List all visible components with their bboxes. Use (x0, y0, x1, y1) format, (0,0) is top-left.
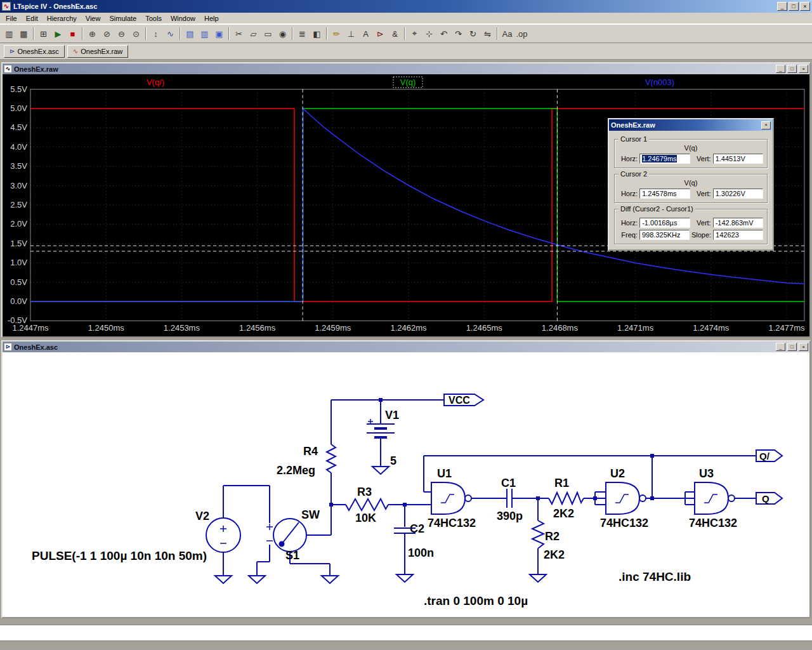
toolbar-spice-directive-button[interactable]: .op (514, 27, 529, 41)
close-button[interactable]: × (800, 2, 810, 11)
toolbar-zoom-out-button[interactable]: ⊖ (114, 27, 129, 41)
toolbar-print-button[interactable]: ≣ (295, 27, 310, 41)
toolbar-print-preview-button[interactable]: ◧ (310, 27, 324, 41)
menu-tools[interactable]: Tools (141, 13, 166, 23)
label-v2-value[interactable]: PULSE(-1 1 100µ 10n 10n 50m) (32, 549, 207, 562)
cursor2-horz-field[interactable]: 1.24578ms (639, 189, 690, 199)
toolbar-move-button[interactable]: ⌖ (407, 27, 422, 41)
menu-simulate[interactable]: Simulate (105, 13, 141, 23)
cursor2-vert-field[interactable]: 1.30226V (713, 189, 763, 199)
label-u2[interactable]: U2 (610, 467, 625, 480)
label-r1[interactable]: R1 (554, 477, 569, 489)
label-s1[interactable]: S1 (285, 549, 299, 562)
label-r2[interactable]: R2 (545, 530, 560, 543)
diff-horz-field[interactable]: -1.00168µs (639, 218, 690, 228)
toolbar-pane-stack-button[interactable]: ▣ (212, 27, 226, 41)
trace-label-vq[interactable]: V(q/) (147, 77, 164, 87)
tab-oneshex-asc[interactable]: ⊳OneshEx.asc (4, 45, 65, 58)
waveform-minimize-button[interactable]: _ (776, 65, 785, 73)
cursor1-horz-field[interactable]: 1.24679ms (639, 154, 690, 164)
net-flag-qbar[interactable]: Q/ (759, 451, 770, 461)
waveform-window-titlebar[interactable]: ∿ OneshEx.raw _ □ × (3, 63, 809, 74)
toolbar-wire-button[interactable]: ✏ (329, 27, 344, 41)
label-c1[interactable]: C1 (501, 477, 516, 489)
label-r4[interactable]: R4 (303, 445, 318, 458)
toolbar-run-button[interactable]: ▶ (51, 27, 65, 41)
toolbar-pane-top-button[interactable]: ▤ (183, 27, 197, 41)
label-c2[interactable]: C2 (410, 522, 424, 535)
menu-help[interactable]: Help (200, 13, 223, 23)
toolbar-separator (404, 27, 405, 40)
menu-hierarchy[interactable]: Hierarchy (43, 13, 81, 23)
toolbar-net-label-button[interactable]: A (358, 27, 373, 41)
schematic-close-button[interactable]: × (799, 343, 808, 351)
diff-slope-field[interactable]: 142623 (713, 230, 763, 240)
toolbar-drag-button[interactable]: ⊹ (422, 27, 436, 41)
toolbar-zoom-in-button[interactable]: ⊕ (85, 27, 100, 41)
tab-oneshex-raw[interactable]: ∿OneshEx.raw (67, 45, 128, 58)
toolbar-cut-button[interactable]: ✂ (232, 27, 246, 41)
cursor1-vert-field[interactable]: 1.44513V (713, 154, 763, 164)
label-v1[interactable]: V1 (385, 409, 399, 421)
label-u3-value[interactable]: 74HC132 (689, 517, 737, 529)
schematic-window-titlebar[interactable]: ⊳ OneshEx.asc _ □ × (3, 342, 809, 352)
label-r4-value[interactable]: 2.2Meg (277, 464, 315, 477)
label-c2-value[interactable]: 100n (408, 547, 434, 559)
label-sw[interactable]: SW (301, 508, 320, 521)
cursor-dialog-close-button[interactable]: × (761, 121, 771, 129)
waveform-close-button[interactable]: × (799, 65, 808, 73)
cursor-dialog-titlebar[interactable]: OneshEx.raw × (609, 119, 773, 131)
directive-tran[interactable]: .tran 0 100m 0 10µ (424, 594, 528, 607)
toolbar-separator (82, 27, 83, 40)
toolbar-pane-grid-button[interactable]: ▥ (197, 27, 212, 41)
menu-window[interactable]: Window (166, 13, 200, 23)
toolbar-diode-button[interactable]: ⊳ (373, 27, 388, 41)
label-v1-value[interactable]: 5 (390, 454, 396, 467)
label-r1-value[interactable]: 2K2 (553, 507, 574, 520)
schematic-canvas[interactable]: VCC V1 5 R4 2.2Meg V2 PULSE(-1 1 100µ 10… (3, 352, 809, 617)
label-u2-value[interactable]: 74HC132 (600, 517, 648, 529)
net-flag-vcc[interactable]: VCC (449, 395, 470, 406)
menu-edit[interactable]: Edit (22, 13, 43, 23)
toolbar-control-panel-button[interactable]: ⊞ (36, 27, 51, 41)
toolbar-ground-button[interactable]: ⊥ (344, 27, 358, 41)
minimize-button[interactable]: _ (777, 2, 787, 11)
label-r3[interactable]: R3 (357, 486, 372, 498)
label-u1[interactable]: U1 (437, 467, 452, 480)
toolbar-save-button[interactable]: ▦ (16, 27, 31, 41)
toolbar-text-button[interactable]: Aa (500, 27, 514, 41)
diff-freq-field[interactable]: 998.325KHz (639, 230, 690, 240)
toolbar-open-button[interactable]: ▥ (2, 27, 16, 41)
trace-label-vq[interactable]: V(q) (400, 77, 416, 87)
toolbar-undo-button[interactable]: ↶ (436, 27, 451, 41)
label-v2[interactable]: V2 (195, 510, 209, 522)
label-r2-value[interactable]: 2K2 (544, 548, 565, 561)
cursor1-group: Cursor 1 V(q) Horz: 1.24679ms Vert: 1.44… (614, 139, 768, 168)
toolbar-redo-button[interactable]: ↷ (451, 27, 466, 41)
schematic-restore-button[interactable]: □ (787, 343, 797, 351)
maximize-button[interactable]: □ (789, 2, 799, 11)
toolbar-paste-button[interactable]: ▭ (261, 27, 275, 41)
toolbar-plot-settings-button[interactable]: ∿ (163, 27, 178, 41)
toolbar-component-button[interactable]: & (388, 27, 402, 41)
toolbar-rotate-button[interactable]: ↻ (466, 27, 480, 41)
toolbar-autorange-y-button[interactable]: ↕ (148, 27, 163, 41)
label-c1-value[interactable]: 390p (497, 510, 523, 522)
diff-vert-field[interactable]: -142.863mV (713, 218, 763, 228)
toolbar-find-button[interactable]: ◉ (275, 27, 290, 41)
menu-file[interactable]: File (1, 13, 22, 23)
directive-inc[interactable]: .inc 74HC.lib (619, 570, 691, 583)
toolbar-zoom-back-button[interactable]: ⊘ (100, 27, 114, 41)
toolbar-halt-button[interactable]: ■ (65, 27, 80, 41)
toolbar-copy-button[interactable]: ▱ (246, 27, 261, 41)
label-r3-value[interactable]: 10K (355, 512, 376, 524)
schematic-minimize-button[interactable]: _ (776, 343, 785, 351)
label-u1-value[interactable]: 74HC132 (428, 517, 476, 529)
waveform-restore-button[interactable]: □ (787, 65, 797, 73)
trace-label-vn003[interactable]: V(n003) (645, 77, 674, 87)
menu-view[interactable]: View (81, 13, 105, 23)
label-u3[interactable]: U3 (699, 467, 714, 480)
toolbar-zoom-full-button[interactable]: ⊙ (129, 27, 143, 41)
net-flag-q[interactable]: Q (762, 493, 769, 504)
toolbar-mirror-button[interactable]: ⇋ (480, 27, 495, 41)
